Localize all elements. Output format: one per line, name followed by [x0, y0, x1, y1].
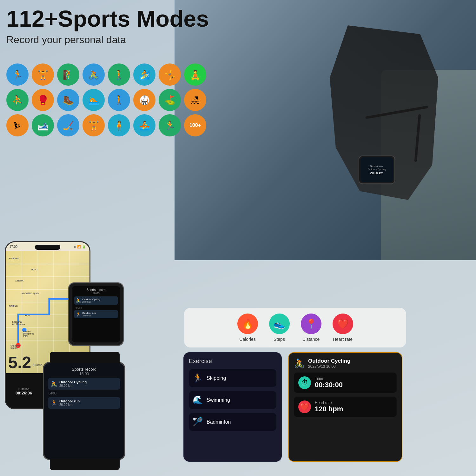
watch-cycling-icon: 🚴 — [76, 298, 81, 303]
swimming-label: Swimming — [207, 397, 230, 403]
sport-icon-surf[interactable]: 🏄 — [133, 63, 155, 86]
big-watch-time-label: 16:00 — [48, 372, 120, 376]
sport-icon-row[interactable]: 🚣 — [133, 114, 155, 136]
cp-date: 2022/5/13 10:00 — [308, 364, 350, 369]
skipping-icon: 🏃 — [193, 373, 203, 383]
cp-title: Outdoor Cycling — [308, 358, 350, 364]
calories-icon: 🔥 — [237, 314, 258, 334]
watch-activity-2: Outdoor run — [82, 312, 96, 314]
sport-icon-walk2[interactable]: 🚶 — [108, 89, 130, 111]
map-distance-display: 5.2 — [8, 354, 31, 371]
bw-cycling-icon: 🚴 — [50, 380, 57, 387]
sport-icon-sprint[interactable]: 🏃 — [159, 114, 181, 136]
exercise-title: Exercise — [189, 358, 276, 365]
wrist-watch-display: Sports record Outdoor Cycling 20.00 km — [359, 155, 395, 184]
sport-icon-gymnastics[interactable]: 🤸 — [159, 63, 181, 86]
watch-on-map: Sports record 16:00 🚴 Outdoor Cycling 20… — [68, 282, 124, 346]
bw-activity-2: Outdoor run — [59, 399, 80, 403]
exercise-item-swimming[interactable]: 🌊 Swimming — [189, 391, 276, 409]
sport-icon-stand[interactable]: 🧍 — [108, 114, 130, 136]
heart-rate-icon: ❤️ — [333, 314, 353, 334]
small-watch-time: 16:00 — [74, 292, 118, 295]
sport-icon-martial[interactable]: 🥋 — [133, 89, 155, 111]
sport-icon-walk[interactable]: 🚶 — [108, 63, 130, 86]
sport-icon-beach[interactable]: 🏖 — [184, 89, 206, 111]
time-stat-value: 00:30:00 — [315, 381, 343, 389]
metric-heart-rate: ❤️ Heart rate — [333, 314, 353, 342]
sport-icon-hike[interactable]: 🥾 — [57, 89, 79, 111]
phone-time: 17:00 — [10, 245, 17, 248]
watch-activity-1: Outdoor Cycling — [82, 298, 100, 301]
sport-icon-golf[interactable]: ⛳ — [159, 89, 181, 111]
duration-value: 00:26:06 — [16, 391, 32, 395]
sport-icon-boxing[interactable]: 🥊 — [32, 89, 54, 111]
sport-icon-nordic[interactable]: 🎿 — [32, 114, 54, 136]
phone-notch — [35, 245, 60, 250]
watch-dist-1: 20.00 km — [82, 301, 100, 303]
watch-run-icon: 🏃 — [76, 312, 81, 317]
badminton-icon: 🏸 — [193, 417, 203, 427]
heart-rate-label: Heart rate — [333, 337, 353, 342]
bw-dist-1: 20.00 km — [59, 384, 87, 387]
watch-dist-2: 20.00 km — [82, 314, 96, 317]
sport-icon-hockey[interactable]: 🏒 — [57, 114, 79, 136]
metric-distance: 📍 Distance — [301, 314, 321, 342]
sub-title: Record your personal data — [6, 34, 209, 46]
big-watch-title: Sports record — [48, 367, 120, 372]
exercise-item-skipping[interactable]: 🏃 Skipping — [189, 369, 276, 387]
badminton-label: Badminton — [207, 419, 231, 425]
steps-label: Steps — [274, 337, 285, 342]
sport-icon-basketball[interactable]: ⛹ — [6, 89, 29, 111]
sport-icon-ski[interactable]: ⛷ — [6, 114, 29, 136]
cp-time-stat: ⏱ Time 00:30:00 — [294, 373, 397, 393]
steps-icon: 👟 — [269, 314, 290, 334]
bw-date: 04/08 — [48, 392, 120, 395]
time-icon: ⏱ — [298, 376, 311, 389]
heartrate-detail-icon: ❤️ — [298, 400, 311, 413]
exercise-panel: Exercise 🏃 Skipping 🌊 Swimming 🏸 Badmint… — [183, 352, 282, 462]
bw-run-icon: 🏃 — [50, 400, 57, 407]
calories-label: Calories — [239, 337, 255, 342]
metric-calories: 🔥 Calories — [237, 314, 258, 342]
bw-activity-1: Outdoor Cycling — [59, 380, 87, 384]
sport-icon-more[interactable]: 100+ — [184, 114, 206, 136]
skipping-label: Skipping — [207, 375, 226, 381]
sport-icon-yoga[interactable]: 🧘 — [184, 63, 206, 86]
swimming-icon: 🌊 — [193, 395, 203, 405]
sport-icon-run[interactable]: 🏃 — [6, 63, 29, 86]
sport-icon-treadmill[interactable]: 🏋 — [32, 63, 54, 86]
cp-cycling-icon: 🚴 — [294, 358, 305, 369]
cp-heartrate-stat: ❤️ Heart rate 120 bpm — [294, 397, 397, 417]
sports-icons-grid: 🏃 🏋 🧗 🚴 🚶 🏄 🤸 🧘 ⛹ 🥊 🥾 🏊 🚶 🥋 ⛳ 🏖 ⛷ 🎿 🏒 🏋 … — [6, 63, 206, 140]
metric-steps: 👟 Steps — [269, 314, 290, 342]
big-watch: Sports record 16:00 🚴 Outdoor Cycling 20… — [43, 362, 125, 460]
wrist-watch-value: 20.00 km — [370, 171, 383, 175]
heartrate-stat-value: 120 bpm — [315, 405, 343, 413]
watch-date: 04/08 — [74, 306, 118, 310]
main-title: 112+Sports Modes — [6, 6, 209, 31]
sport-icon-weightlift[interactable]: 🏋 — [83, 114, 105, 136]
sport-icon-swim[interactable]: 🏊 — [83, 89, 105, 111]
distance-icon: 📍 — [301, 314, 321, 334]
cycling-detail-panel: 🚴 Outdoor Cycling 2022/5/13 10:00 ⏱ Time… — [288, 352, 402, 462]
time-stat-label: Time — [315, 376, 343, 381]
duration-label: Duration — [16, 387, 32, 391]
wrist-watch-title: Sports record — [370, 165, 383, 167]
wrist-watch-subtitle: Outdoor Cycling — [368, 168, 386, 171]
exercise-item-badminton[interactable]: 🏸 Badminton — [189, 413, 276, 431]
small-watch-title: Sports record — [74, 288, 118, 292]
header-section: 112+Sports Modes Record your personal da… — [6, 6, 209, 46]
metrics-row: 🔥 Calories 👟 Steps 📍 Distance ❤️ Heart r… — [184, 308, 406, 347]
heartrate-stat-label: Heart rate — [315, 400, 343, 405]
sport-icon-cycle[interactable]: 🚴 — [83, 63, 105, 86]
phone-icons: ◈ 📶 🔋 — [74, 245, 86, 248]
distance-label: Distance — [302, 337, 320, 342]
sport-icon-climb[interactable]: 🧗 — [57, 63, 79, 86]
cycling-photo-bg — [175, 0, 476, 260]
bw-dist-2: 20.00 km — [59, 403, 80, 407]
